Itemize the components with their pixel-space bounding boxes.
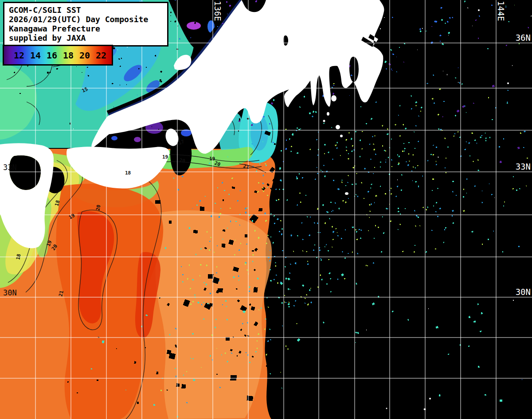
speckle: [287, 288, 289, 290]
speckle: [517, 52, 519, 54]
speckle: [391, 166, 393, 167]
island: [507, 82, 509, 84]
speckle: [332, 239, 334, 240]
speckle: [445, 167, 446, 168]
speckle: [296, 178, 298, 180]
speckle: [278, 297, 280, 299]
speckle: [397, 179, 398, 180]
speckle: [427, 315, 429, 317]
speckle: [310, 302, 312, 303]
speckle: [355, 183, 356, 185]
speckle: [125, 390, 126, 391]
speckle: [288, 306, 290, 308]
speckle: [276, 199, 278, 201]
speckle: [370, 159, 372, 160]
speckle: [418, 217, 419, 218]
speckle: [327, 262, 330, 265]
speckle: [316, 139, 318, 140]
speckle: [286, 140, 287, 141]
latitude-label-right: 30N: [516, 287, 531, 297]
speckle: [447, 21, 449, 23]
speckle: [447, 353, 449, 355]
speckle: [267, 195, 268, 196]
speckle: [394, 206, 402, 215]
speckle: [399, 224, 401, 225]
speckle: [265, 318, 266, 319]
speckle: [432, 178, 434, 180]
speckle: [337, 235, 339, 236]
speckle: [416, 116, 423, 124]
speckle: [478, 366, 480, 368]
speckle: [357, 332, 359, 334]
speckle: [404, 270, 405, 272]
colorbar-tick: 12: [14, 50, 24, 61]
speckle: [367, 190, 369, 193]
speckle: [419, 30, 422, 32]
speckle: [348, 198, 349, 199]
speckle: [313, 235, 316, 239]
speckle: [268, 331, 270, 334]
speckle: [399, 105, 401, 106]
speckle: [360, 106, 361, 107]
speckle: [324, 144, 326, 146]
speckle: [477, 170, 479, 171]
speckle: [283, 191, 290, 198]
speckle: [289, 138, 290, 140]
speckle: [286, 244, 292, 251]
speckle: [436, 326, 438, 329]
speckle: [372, 133, 375, 136]
speckle: [298, 139, 300, 140]
speckle: [408, 287, 410, 289]
speckle: [299, 192, 301, 194]
speckle: [332, 231, 334, 233]
speckle: [342, 251, 343, 252]
speckle: [97, 380, 98, 381]
speckle: [216, 348, 218, 349]
speckle: [226, 1, 227, 3]
island: [478, 9, 480, 11]
speckle: [313, 347, 315, 349]
speckle: [395, 172, 399, 175]
speckle: [169, 221, 172, 224]
speckle: [332, 159, 333, 160]
colorbar-tick: 22: [96, 50, 106, 61]
speckle: [337, 279, 339, 280]
speckle: [183, 13, 184, 14]
speckle: [314, 222, 315, 223]
speckle: [345, 185, 347, 186]
speckle: [502, 251, 503, 252]
speckle: [421, 11, 422, 12]
speckle: [192, 358, 194, 359]
speckle: [245, 234, 247, 237]
speckle: [217, 187, 218, 188]
speckle: [415, 245, 415, 246]
speckle: [305, 92, 307, 93]
speckle: [391, 159, 392, 160]
speckle: [307, 260, 308, 262]
speckle: [488, 148, 493, 153]
speckle: [415, 34, 416, 35]
speckle: [356, 239, 358, 241]
speckle: [522, 379, 522, 380]
speckle: [418, 116, 419, 117]
speckle: [493, 231, 494, 232]
speckle: [319, 249, 321, 251]
speckle: [273, 216, 282, 224]
speckle: [380, 28, 381, 29]
speckle: [452, 210, 454, 212]
speckle: [328, 259, 329, 260]
speckle: [209, 249, 210, 251]
speckle: [329, 272, 331, 274]
speckle: [377, 82, 378, 84]
speckle: [528, 214, 532, 220]
speckle: [385, 162, 386, 163]
speckle: [375, 257, 377, 260]
speckle: [302, 284, 304, 287]
speckle: [499, 161, 502, 163]
speckle: [415, 225, 416, 227]
speckle: [183, 375, 184, 376]
speckle: [474, 186, 476, 187]
speckle: [341, 182, 343, 183]
speckle: [432, 154, 434, 156]
speckle: [397, 154, 399, 155]
